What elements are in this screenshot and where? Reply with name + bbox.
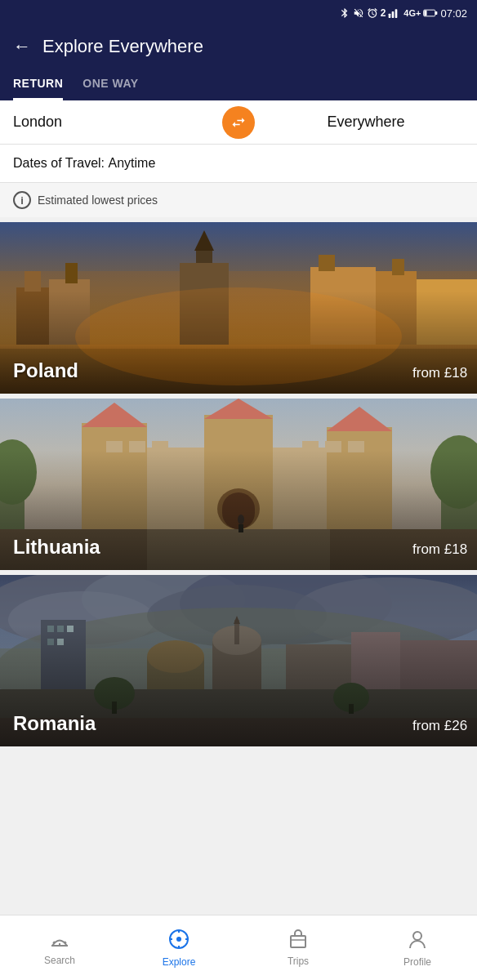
svg-text:Poland: Poland	[13, 359, 78, 381]
destination-card-poland[interactable]: Poland from £18	[0, 222, 477, 394]
info-text: Estimated lowest prices	[38, 194, 158, 207]
nav-search[interactable]: Search	[0, 915, 119, 980]
nav-profile[interactable]: Profile	[358, 915, 477, 980]
bottom-navigation: Search Explore Trips	[0, 915, 477, 980]
trip-type-tabs: RETURN ONE WAY	[0, 70, 477, 100]
info-bar: i Estimated lowest prices	[0, 183, 477, 217]
destination-field[interactable]: Everywhere	[255, 100, 477, 144]
svg-text:from £26: from £26	[412, 718, 467, 733]
svg-text:from £18: from £18	[412, 365, 467, 381]
destination-card-lithuania[interactable]: Lithuania from £18	[0, 399, 477, 570]
status-icons: 2 4G+ 07:02	[339, 7, 467, 20]
destination-card-romania[interactable]: Romania from £26	[0, 575, 477, 746]
app-header: ← Explore Everywhere	[0, 26, 477, 70]
svg-point-111	[413, 932, 421, 940]
status-bar: 2 4G+ 07:02	[0, 0, 477, 26]
nav-search-label: Search	[44, 955, 75, 966]
svg-point-104	[176, 937, 181, 942]
explore-nav-icon	[168, 929, 189, 953]
status-time: 07:02	[440, 7, 467, 20]
svg-rect-2	[395, 9, 398, 18]
profile-nav-icon	[407, 929, 428, 953]
svg-text:Lithuania: Lithuania	[13, 536, 100, 558]
svg-text:Romania: Romania	[13, 712, 96, 734]
nav-trips-label: Trips	[288, 956, 309, 967]
origin-field[interactable]: London	[0, 100, 222, 144]
nav-explore-label: Explore	[163, 956, 196, 968]
nav-profile-label: Profile	[403, 956, 431, 968]
page-title: Explore Everywhere	[42, 36, 203, 57]
dates-value: Anytime	[109, 156, 156, 170]
search-area: London Everywhere Dates of Travel: Anyti…	[0, 100, 477, 183]
dates-label: Dates of Travel:	[13, 156, 105, 170]
destinations-list: Poland from £18	[0, 217, 477, 751]
svg-rect-0	[389, 14, 391, 18]
search-nav-icon	[49, 930, 70, 951]
tab-one-way[interactable]: ONE WAY	[82, 70, 138, 100]
svg-rect-109	[291, 936, 305, 947]
back-button[interactable]: ←	[13, 38, 31, 56]
svg-point-23	[75, 287, 402, 385]
svg-text:from £18: from £18	[412, 541, 467, 557]
svg-rect-1	[392, 11, 395, 18]
info-icon: i	[13, 191, 31, 209]
svg-rect-4	[435, 11, 438, 15]
tab-return[interactable]: RETURN	[13, 70, 63, 100]
swap-button[interactable]	[222, 106, 255, 139]
location-row: London Everywhere	[0, 100, 477, 145]
trips-nav-icon	[288, 929, 309, 952]
svg-rect-5	[425, 11, 427, 16]
dates-field[interactable]: Dates of Travel: Anytime	[0, 145, 477, 182]
nav-explore[interactable]: Explore	[119, 915, 238, 980]
nav-trips[interactable]: Trips	[238, 915, 358, 980]
